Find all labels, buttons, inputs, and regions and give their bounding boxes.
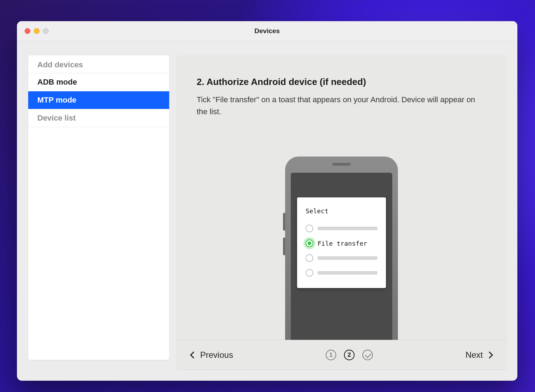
toast-option-label: File transfer (318, 240, 367, 247)
main-body: 2. Authorize Android device (if needed) … (177, 55, 506, 340)
toast-option-selected: File transfer (306, 236, 377, 251)
step-indicator-check-icon[interactable] (362, 350, 373, 360)
phone-side-button (283, 213, 285, 231)
previous-label: Previous (200, 350, 233, 360)
titlebar: Devices (17, 21, 517, 41)
next-label: Next (466, 350, 483, 360)
step-indicator-2[interactable]: 2 (344, 350, 355, 360)
next-button[interactable]: Next (462, 348, 496, 362)
toast-option (306, 251, 377, 265)
sidebar-header: Add devices (28, 55, 169, 73)
android-toast: Select File transfer (297, 197, 386, 288)
placeholder-line (318, 271, 377, 275)
toast-option (306, 221, 377, 236)
step-description: Tick "File transfer" on a toast that app… (197, 94, 486, 118)
chevron-right-icon (486, 351, 493, 359)
sidebar: Add devices ADB mode MTP mode Device lis… (28, 55, 169, 360)
main-panel: 2. Authorize Android device (if needed) … (177, 55, 506, 369)
sidebar-footer[interactable]: Device list (28, 109, 169, 127)
step-title: 2. Authorize Android device (if needed) (197, 76, 486, 87)
sidebar-item-mtp-mode[interactable]: MTP mode (28, 91, 169, 109)
phone-mockup: Select File transfer (285, 157, 398, 340)
toast-title: Select (306, 207, 377, 215)
placeholder-line (318, 256, 377, 260)
devices-window: Devices Add devices ADB mode MTP mode De… (17, 21, 517, 381)
illustration: Select File transfer (197, 157, 486, 340)
step-pager: 1 2 (326, 350, 373, 360)
window-title: Devices (17, 27, 517, 35)
step-indicator-1[interactable]: 1 (326, 350, 336, 360)
chevron-left-icon (190, 351, 197, 359)
sidebar-item-adb-mode[interactable]: ADB mode (28, 73, 169, 91)
placeholder-line (318, 227, 377, 230)
previous-button[interactable]: Previous (187, 348, 236, 362)
radio-icon (306, 269, 313, 277)
toast-option (306, 265, 377, 280)
window-content: Add devices ADB mode MTP mode Device lis… (17, 41, 517, 381)
phone-screen: Select File transfer (291, 173, 392, 340)
radio-selected-icon (306, 239, 313, 247)
radio-icon (306, 225, 313, 232)
phone-speaker (332, 163, 351, 166)
phone-side-button (283, 238, 285, 255)
radio-icon (306, 254, 313, 262)
wizard-footer: Previous 1 2 Next (177, 340, 506, 369)
